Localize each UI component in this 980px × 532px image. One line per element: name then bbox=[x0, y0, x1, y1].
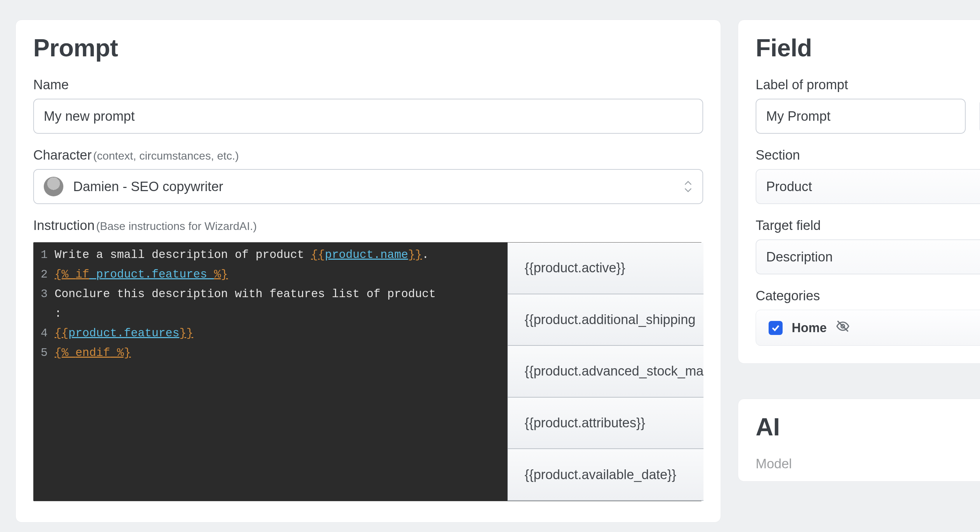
field-title: Field bbox=[756, 34, 980, 62]
target-field-label: Target field bbox=[756, 218, 821, 233]
name-label: Name bbox=[33, 77, 68, 92]
code-line[interactable]: Write a small description of product {{p… bbox=[55, 245, 436, 265]
character-label: Character bbox=[33, 148, 92, 163]
variable-item[interactable]: {{product.active}} bbox=[508, 242, 703, 294]
code-line[interactable]: : bbox=[55, 304, 436, 324]
category-item[interactable]: Home bbox=[756, 310, 980, 346]
prompt-panel: Prompt Name Character (context, circumst… bbox=[15, 20, 721, 522]
categories-label: Categories bbox=[756, 288, 820, 303]
character-select[interactable]: Damien - SEO copywriter bbox=[33, 169, 703, 204]
editor-gutter: 12345 bbox=[33, 242, 53, 501]
line-number: 2 bbox=[33, 265, 48, 285]
instruction-label: Instruction bbox=[33, 218, 94, 233]
prompt-title: Prompt bbox=[33, 34, 703, 62]
variable-item[interactable]: {{product.attributes}} bbox=[508, 398, 703, 449]
name-input[interactable] bbox=[33, 99, 703, 134]
character-value: Damien - SEO copywriter bbox=[73, 179, 223, 194]
field-panel: Field Label of prompt Section Product Ta… bbox=[738, 20, 980, 364]
ai-panel: AI Model bbox=[738, 399, 980, 482]
avatar-icon bbox=[44, 177, 64, 196]
label-of-prompt-input[interactable] bbox=[756, 99, 966, 134]
line-number bbox=[33, 304, 48, 324]
category-name: Home bbox=[792, 320, 827, 335]
target-field-value: Description bbox=[766, 250, 833, 264]
variable-panel: {{product.active}}{{product.additional_s… bbox=[508, 242, 703, 501]
line-number: 4 bbox=[33, 324, 48, 343]
variable-item[interactable]: {{product.additional_shipping bbox=[508, 294, 703, 346]
label-of-prompt-label: Label of prompt bbox=[756, 77, 848, 92]
code-line[interactable]: Conclure this description with features … bbox=[55, 285, 436, 304]
eye-off-icon[interactable] bbox=[836, 319, 850, 336]
checkbox-checked-icon[interactable] bbox=[768, 321, 783, 335]
character-hint: (context, circumstances, etc.) bbox=[93, 150, 239, 162]
ai-title: AI bbox=[756, 413, 980, 441]
line-number: 1 bbox=[33, 245, 48, 265]
code-line[interactable]: {% if product.features %} bbox=[55, 265, 436, 285]
instruction-editor[interactable]: 12345 Write a small description of produ… bbox=[33, 242, 508, 501]
variable-item[interactable]: {{product.available_date}} bbox=[508, 449, 703, 501]
section-select[interactable]: Product bbox=[756, 169, 980, 204]
line-number: 3 bbox=[33, 285, 48, 304]
variable-item[interactable]: {{product.advanced_stock_ma bbox=[508, 346, 703, 398]
instruction-hint: (Base instructions for WizardAI.) bbox=[96, 220, 257, 233]
model-label: Model bbox=[756, 456, 792, 471]
chevron-up-down-icon bbox=[684, 181, 692, 193]
code-line[interactable]: {{product.features}} bbox=[55, 324, 436, 343]
target-field-select[interactable]: Description bbox=[756, 239, 980, 274]
section-value: Product bbox=[766, 179, 812, 194]
code-line[interactable]: {% endif %} bbox=[55, 343, 436, 363]
line-number: 5 bbox=[33, 343, 48, 363]
section-label: Section bbox=[756, 148, 800, 163]
